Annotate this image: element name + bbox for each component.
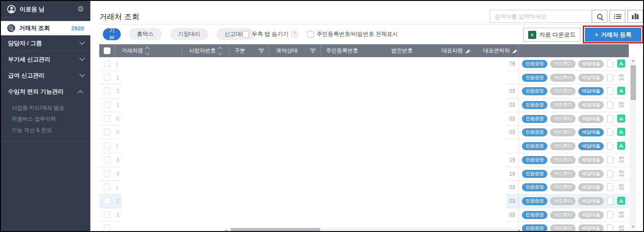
document-icon[interactable] <box>607 128 613 136</box>
row-checkbox[interactable] <box>104 143 110 149</box>
data-download-button[interactable]: X 자료 다운로드 <box>523 28 580 42</box>
pencil-icon[interactable] <box>513 48 517 53</box>
filter-icon[interactable] <box>310 49 316 53</box>
row-checkbox[interactable] <box>104 101 110 108</box>
register-client-button[interactable]: + 거래처 등록 <box>585 28 641 42</box>
badge-delivery-sales[interactable]: 배달매출 <box>578 142 604 150</box>
badge-card-add[interactable]: 카드추가 <box>550 183 576 191</box>
column-header-representative-name[interactable]: 대표자명 <box>437 44 477 57</box>
sidebar-item-client-lookup[interactable]: 거래처 조회 2920 <box>1 21 90 35</box>
sidebar-item-payroll-reporting[interactable]: 급여 신고관리 <box>1 67 90 84</box>
badge-delivery-sales[interactable]: 배달매출 <box>578 87 604 95</box>
tab-hometax[interactable]: 홈택스 <box>129 28 162 40</box>
document-icon[interactable] <box>607 211 613 219</box>
row-checkbox[interactable] <box>104 156 110 163</box>
document-icon[interactable] <box>607 60 613 67</box>
filter-icon[interactable] <box>258 49 264 53</box>
sidebar-subitem-card-account[interactable]: 사업용 카드/계좌 발송 <box>1 102 90 114</box>
row-checkbox[interactable] <box>104 184 110 190</box>
row-checkbox[interactable] <box>104 129 110 135</box>
badge-card-add[interactable]: 카드추가 <box>550 170 576 178</box>
column-header-client-name[interactable]: 거래처명 <box>115 44 182 57</box>
help-icon[interactable]: ? <box>291 31 298 38</box>
badge-delivery-sales[interactable]: 배달매출 <box>578 128 604 136</box>
badge-civil-certificate[interactable]: 민원증명 <box>522 197 547 205</box>
row-checkbox[interactable] <box>104 60 110 67</box>
gyeongri-nara-icon[interactable]: 경리나라 <box>617 224 625 231</box>
badge-civil-certificate[interactable]: 민원증명 <box>522 183 547 191</box>
vertical-scrollbar[interactable]: ▲ ▼ <box>630 58 636 230</box>
badge-delivery-sales[interactable]: 배달매출 <box>578 170 604 178</box>
show-all-numbers-checkbox[interactable] <box>307 31 314 38</box>
badge-delivery-sales[interactable]: 배달매출 <box>578 115 604 123</box>
partner-app-triangle-icon[interactable] <box>617 87 625 95</box>
badge-civil-certificate[interactable]: 민원증명 <box>522 115 547 123</box>
partner-app-triangle-icon[interactable] <box>617 114 625 122</box>
badge-civil-certificate[interactable]: 민원증명 <box>522 170 547 178</box>
partner-app-triangle-icon[interactable] <box>617 128 625 136</box>
gyeongri-nara-icon[interactable]: 경리나라 <box>617 156 625 164</box>
gear-icon[interactable]: ⚙ <box>77 5 84 13</box>
row-checkbox[interactable] <box>104 74 110 81</box>
row-checkbox[interactable] <box>104 211 110 218</box>
gyeongri-nara-icon[interactable]: 경리나라 <box>617 211 625 219</box>
scroll-left-arrow[interactable]: ◄ <box>223 228 229 232</box>
scroll-up-arrow[interactable]: ▲ <box>630 58 636 64</box>
badge-civil-certificate[interactable]: 민원증명 <box>522 101 547 109</box>
badge-delivery-sales[interactable]: 배달매출 <box>578 156 604 164</box>
gyeongri-nara-icon[interactable]: 경리나라 <box>617 101 625 109</box>
badge-civil-certificate[interactable]: 민원증명 <box>522 142 547 150</box>
badge-card-add[interactable]: 카드추가 <box>550 60 576 68</box>
chart-view-button[interactable] <box>627 10 643 23</box>
tab-basic[interactable]: 기본 <box>103 28 121 40</box>
horizontal-scroll-track[interactable] <box>229 228 517 232</box>
document-icon[interactable] <box>607 224 613 231</box>
sidebar-item-vat-reporting[interactable]: 부가세 신고관리 <box>1 51 90 67</box>
sidebar-subitem-feedback[interactable]: 기능 개선 & 문의 <box>1 125 90 136</box>
badge-card-add[interactable]: 카드추가 <box>550 224 576 231</box>
document-icon[interactable] <box>607 197 613 205</box>
document-icon[interactable] <box>607 183 613 191</box>
tab-bookkeeping-agency[interactable]: 기장대리 <box>170 28 208 40</box>
horizontal-scrollbar[interactable]: ◄ ► <box>223 228 522 232</box>
badge-delivery-sales[interactable]: 배달매출 <box>578 197 604 205</box>
document-icon[interactable] <box>607 156 613 164</box>
row-checkbox[interactable] <box>104 198 110 204</box>
badge-civil-certificate[interactable]: 민원증명 <box>522 87 547 95</box>
column-header-representative-contact[interactable]: 대표연락처 <box>477 44 518 57</box>
document-icon[interactable] <box>607 87 613 95</box>
badge-card-add[interactable]: 카드추가 <box>550 101 576 109</box>
column-header-category[interactable]: 구분 <box>229 44 269 57</box>
partner-app-triangle-icon[interactable] <box>617 142 625 150</box>
sidebar-item-managers-groups[interactable]: 담당자 / 그룹 <box>1 35 90 51</box>
badge-civil-certificate[interactable]: 민원증명 <box>522 224 547 231</box>
document-icon[interactable] <box>607 142 613 150</box>
badge-delivery-sales[interactable]: 배달매출 <box>578 183 604 191</box>
badge-card-add[interactable]: 카드추가 <box>550 211 576 219</box>
sidebar-item-convenience-functions[interactable]: 수임처 편의 기능관리 <box>1 84 90 100</box>
document-icon[interactable] <box>607 170 613 177</box>
pencil-icon[interactable] <box>466 48 470 53</box>
badge-delivery-sales[interactable]: 배달매출 <box>578 60 604 68</box>
row-checkbox[interactable] <box>104 225 110 231</box>
badge-card-add[interactable]: 카드추가 <box>550 156 576 164</box>
badge-delivery-sales[interactable]: 배달매출 <box>578 101 604 109</box>
gyeongri-nara-icon[interactable]: 경리나라 <box>617 73 625 81</box>
badge-card-add[interactable]: 카드추가 <box>550 115 576 123</box>
row-checkbox[interactable] <box>104 88 110 94</box>
row-checkbox[interactable] <box>104 115 110 122</box>
badge-civil-certificate[interactable]: 민원증명 <box>522 128 547 136</box>
badge-delivery-sales[interactable]: 배달매출 <box>578 224 604 231</box>
badge-civil-certificate[interactable]: 민원증명 <box>522 211 547 219</box>
search-button[interactable] <box>592 10 607 23</box>
vertical-scroll-thumb[interactable] <box>631 65 636 100</box>
document-icon[interactable] <box>607 101 613 109</box>
list-view-button[interactable] <box>610 10 625 23</box>
document-icon[interactable] <box>607 115 613 122</box>
hide-right-tab-checkbox[interactable] <box>242 31 249 38</box>
badge-card-add[interactable]: 카드추가 <box>550 87 576 95</box>
sort-icon[interactable] <box>219 47 222 55</box>
gyeongri-nara-icon[interactable]: 경리나라 <box>617 169 625 177</box>
document-icon[interactable] <box>607 74 613 81</box>
scroll-right-arrow[interactable]: ► <box>517 228 522 232</box>
